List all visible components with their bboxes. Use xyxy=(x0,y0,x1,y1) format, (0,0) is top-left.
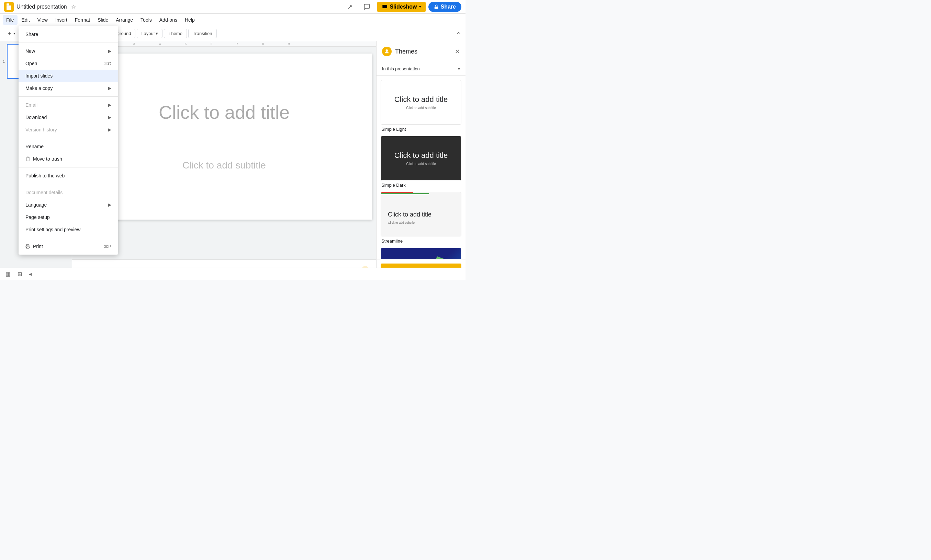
title-bar: Untitled presentation ☆ ↗ Slideshow ▾ Sh… xyxy=(0,0,465,14)
fm-print-settings[interactable]: Print settings and preview xyxy=(19,223,118,236)
themes-scroll: Click to add title Click to add subtitle… xyxy=(377,76,465,259)
theme-card-simple-dark[interactable]: Click to add title Click to add subtitle… xyxy=(381,136,462,188)
menu-format[interactable]: Format xyxy=(71,15,93,25)
fm-sep5 xyxy=(19,184,118,184)
svg-rect-5 xyxy=(383,5,387,8)
theme-preview-simple-light: Click to add title Click to add subtitle xyxy=(381,80,462,125)
transition-button[interactable]: Transition xyxy=(188,29,217,38)
share-button[interactable]: Share xyxy=(428,2,462,12)
svg-point-17 xyxy=(386,49,388,52)
svg-rect-6 xyxy=(434,6,438,9)
themes-close-btn[interactable]: ✕ xyxy=(455,48,460,55)
slideshow-button[interactable]: Slideshow ▾ xyxy=(377,2,425,12)
fm-make-copy[interactable]: Make a copy ▶ xyxy=(19,82,118,94)
theme-preview-simple-dark: Click to add title Click to add subtitle xyxy=(381,136,462,180)
themes-title: Themes xyxy=(395,48,417,55)
comment-button[interactable] xyxy=(359,2,374,12)
menu-addons[interactable]: Add-ons xyxy=(156,15,181,25)
fm-language[interactable]: Language ▶ xyxy=(19,198,118,211)
fm-print-shortcut: ⌘P xyxy=(104,244,111,249)
fm-print[interactable]: Print ⌘P xyxy=(19,240,118,252)
fm-download[interactable]: Download ▶ xyxy=(19,111,118,123)
file-menu: Share New ▶ Open ⌘O Import slides Make a… xyxy=(19,26,118,255)
fm-email-arrow: ▶ xyxy=(108,103,111,108)
menu-edit[interactable]: Edit xyxy=(18,15,33,25)
slide-subtitle-placeholder[interactable]: Click to add subtitle xyxy=(87,160,362,171)
history-button[interactable]: ↗ xyxy=(343,1,357,13)
theme-name-streamline: Streamline xyxy=(381,238,462,244)
menu-slide[interactable]: Slide xyxy=(94,15,112,25)
menu-file[interactable]: File xyxy=(3,15,17,25)
fm-open-shortcut: ⌘O xyxy=(103,61,111,66)
fm-copy-arrow: ▶ xyxy=(108,86,111,91)
fm-doc-details: Document details xyxy=(19,186,118,198)
star-icon[interactable]: ☆ xyxy=(71,3,76,10)
themes-filter[interactable]: In this presentation ▾ xyxy=(377,62,465,76)
fm-lang-arrow: ▶ xyxy=(108,202,111,207)
filmstrip-btn[interactable]: ⊞ xyxy=(16,269,23,278)
theme-subtitle-simple-light: Click to add subtitle xyxy=(406,106,436,110)
bottom-bar: ▦ ⊞ ◂ xyxy=(0,268,465,280)
svg-rect-4 xyxy=(9,3,11,6)
theme-name-simple-dark: Simple Dark xyxy=(381,183,462,188)
theme-card-streamline[interactable]: Click to add title Click to add subtitle… xyxy=(381,192,462,244)
fm-version-arrow: ▶ xyxy=(108,127,111,132)
fm-email: Email ▶ xyxy=(19,99,118,111)
fm-import-slides[interactable]: Import slides xyxy=(19,70,118,82)
theme-title-simple-light: Click to add title xyxy=(394,95,448,104)
svg-rect-2 xyxy=(6,6,11,6)
fm-sep6 xyxy=(19,238,118,238)
theme-subtitle-streamline: Click to add subtitle xyxy=(388,221,415,225)
print-icon xyxy=(25,244,30,249)
fm-share[interactable]: Share xyxy=(19,28,118,40)
fm-rename[interactable]: Rename xyxy=(19,140,118,153)
themes-panel: Themes ✕ In this presentation ▾ Click to… xyxy=(376,41,465,280)
theme-card-simple-light[interactable]: Click to add title Click to add subtitle… xyxy=(381,80,462,132)
theme-title-streamline: Click to add title xyxy=(388,211,431,218)
document-title[interactable]: Untitled presentation xyxy=(17,4,67,10)
fm-publish[interactable]: Publish to the web xyxy=(19,169,118,182)
svg-rect-3 xyxy=(6,7,10,7)
toolbar-collapse-btn[interactable] xyxy=(456,30,462,37)
toolbar-add-btn[interactable]: ▾ xyxy=(4,29,18,38)
themes-filter-label: In this presentation xyxy=(382,66,458,71)
slide-canvas[interactable]: Click to add title Click to add subtitle xyxy=(77,54,372,220)
grid-view-btn[interactable]: ▦ xyxy=(4,269,12,278)
themes-filter-arrow[interactable]: ▾ xyxy=(458,66,460,71)
fm-move-trash[interactable]: Move to trash xyxy=(19,153,118,165)
collapse-panel-btn[interactable]: ◂ xyxy=(28,269,33,278)
theme-preview-streamline: Click to add title Click to add subtitle xyxy=(381,192,462,237)
fm-sep4 xyxy=(19,167,118,168)
fm-open[interactable]: Open ⌘O xyxy=(19,57,118,70)
slideshow-arrow[interactable]: ▾ xyxy=(419,5,421,9)
fm-page-setup[interactable]: Page setup xyxy=(19,211,118,223)
theme-button[interactable]: Theme xyxy=(164,29,187,38)
theme-title-simple-dark: Click to add title xyxy=(394,151,448,160)
fm-version-history: Version history ▶ xyxy=(19,123,118,136)
menu-view[interactable]: View xyxy=(34,15,51,25)
menu-arrange[interactable]: Arrange xyxy=(112,15,136,25)
menu-help[interactable]: Help xyxy=(181,15,198,25)
menu-insert[interactable]: Insert xyxy=(52,15,71,25)
menu-tools[interactable]: Tools xyxy=(137,15,155,25)
app-logo xyxy=(4,2,14,12)
fm-new[interactable]: New ▶ xyxy=(19,45,118,57)
fm-download-arrow: ▶ xyxy=(108,115,111,120)
themes-logo xyxy=(382,47,392,56)
theme-card-colorful[interactable]: Click to add title xyxy=(381,248,462,259)
layout-button[interactable]: Layout ▾ xyxy=(137,29,162,38)
svg-rect-18 xyxy=(27,247,29,248)
fm-new-arrow: ▶ xyxy=(108,49,111,54)
trash-icon xyxy=(25,157,30,161)
theme-preview-colorful: Click to add title xyxy=(381,248,462,259)
themes-header: Themes ✕ xyxy=(377,41,465,62)
menu-bar: File Edit View Insert Format Slide Arran… xyxy=(0,14,465,26)
theme-subtitle-simple-dark: Click to add subtitle xyxy=(406,162,436,166)
theme-name-simple-light: Simple Light xyxy=(381,127,462,132)
slide-title-placeholder[interactable]: Click to add title xyxy=(87,102,362,123)
fm-sep1 xyxy=(19,43,118,43)
